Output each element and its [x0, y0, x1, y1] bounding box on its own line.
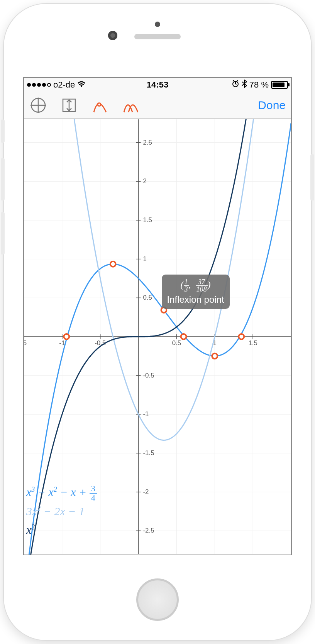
battery-label: 78 % [249, 80, 269, 90]
tooltip-label: Inflexion point [167, 294, 224, 305]
derivative-icon[interactable] [121, 96, 141, 115]
svg-text:1.5: 1.5 [248, 339, 257, 347]
center-axes-icon[interactable] [29, 96, 48, 115]
svg-text:-1: -1 [143, 410, 149, 418]
tooltip-coordinates: (13, 37108) [167, 278, 224, 293]
svg-text:0.5: 0.5 [172, 339, 181, 347]
legend: x3 − x2 − x + 34 3x2 − 2x − 1 x3 [26, 483, 97, 539]
svg-text:0.5: 0.5 [143, 294, 152, 301]
svg-text:1: 1 [143, 255, 147, 263]
svg-text:2.5: 2.5 [143, 139, 152, 146]
svg-text:-2.5: -2.5 [143, 527, 154, 534]
phone-sensor [155, 22, 160, 27]
alarm-icon [232, 80, 239, 90]
phone-speaker [134, 34, 181, 39]
point-tooltip: (13, 37108) Inflexion point [162, 275, 230, 309]
marked-point[interactable] [212, 353, 217, 359]
done-button[interactable]: Done [258, 99, 286, 112]
svg-line-3 [233, 80, 234, 81]
phone-volume-down [1, 212, 5, 255]
svg-text:2: 2 [143, 177, 147, 185]
battery-icon [271, 81, 288, 89]
phone-volume-up [1, 158, 5, 201]
legend-series-3: x3 [26, 521, 97, 539]
status-bar: o2-de 14:53 78 % [24, 78, 291, 92]
svg-text:-0.5: -0.5 [95, 339, 106, 347]
svg-text:-2: -2 [143, 488, 149, 496]
svg-point-10 [98, 103, 101, 106]
wifi-icon [77, 80, 86, 90]
marked-point[interactable] [239, 334, 244, 339]
fit-vertical-icon[interactable] [59, 96, 79, 115]
phone-front-camera [108, 31, 117, 40]
roots-icon[interactable] [90, 96, 110, 115]
svg-line-4 [237, 80, 238, 81]
phone-home-button[interactable] [136, 578, 179, 621]
marked-point[interactable] [110, 261, 116, 267]
phone-power-button [310, 154, 314, 201]
signal-strength-icon [27, 83, 51, 87]
screen: o2-de 14:53 78 % [23, 77, 292, 555]
legend-series-1: x3 − x2 − x + 34 [26, 483, 97, 502]
phone-frame: o2-de 14:53 78 % [4, 4, 311, 640]
status-time: 14:53 [147, 80, 168, 90]
carrier-label: o2-de [53, 80, 75, 90]
svg-text:1.5: 1.5 [143, 216, 152, 224]
marked-point[interactable] [64, 334, 69, 339]
svg-text:-0.5: -0.5 [143, 372, 154, 379]
svg-text:.5: .5 [24, 339, 27, 347]
phone-mute-switch [1, 120, 5, 143]
svg-text:-1: -1 [59, 339, 65, 347]
svg-text:-1.5: -1.5 [143, 449, 154, 457]
plot-area[interactable]: .5-1-0.50.511.5-2.5-2-1.5-1-0.50.511.522… [24, 119, 291, 555]
plot-toolbar: Done [24, 92, 291, 119]
bluetooth-icon [242, 79, 247, 90]
marked-point[interactable] [181, 334, 186, 339]
legend-series-2: 3x2 − 2x − 1 [26, 502, 97, 521]
